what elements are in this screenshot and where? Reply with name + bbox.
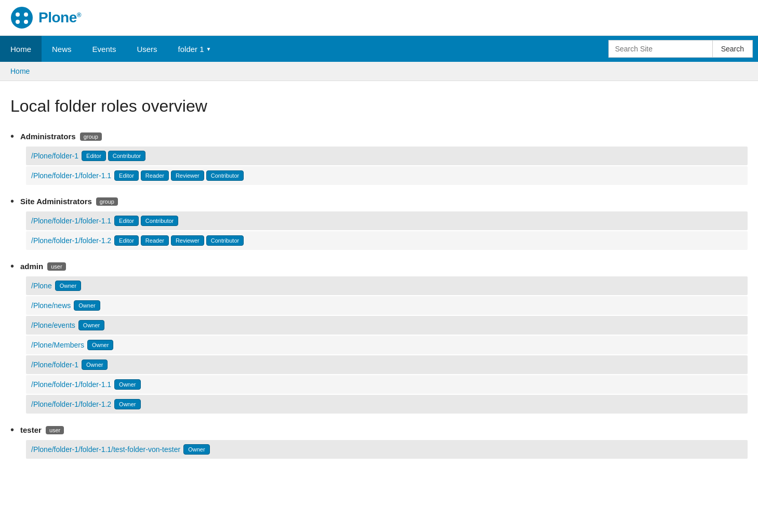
path-row: /Plone/folder-1/folder-1.1 Editor Contri…	[26, 211, 748, 230]
path-link[interactable]: /Plone/folder-1/folder-1.2	[31, 400, 111, 408]
type-badge-admin: user	[47, 262, 65, 271]
badge-reviewer: Reviewer	[171, 170, 204, 181]
role-badges: Editor Contributor	[82, 151, 145, 161]
path-link[interactable]: /Plone/folder-1	[31, 152, 78, 160]
main-content: Local folder roles overview • Administra…	[0, 81, 758, 488]
badge-editor: Editor	[82, 151, 106, 161]
role-header-tester: • tester user	[10, 422, 748, 438]
role-badges: Owner	[114, 399, 140, 409]
main-nav: Home News Events Users folder 1 ▼ Search	[0, 36, 758, 62]
badge-editor: Editor	[114, 170, 139, 181]
role-header-admin: • admin user	[10, 258, 748, 274]
nav-item-folder1[interactable]: folder 1 ▼	[168, 36, 222, 62]
badge-editor: Editor	[114, 235, 139, 246]
role-item-administrators: • Administrators group /Plone/folder-1 E…	[10, 128, 748, 185]
logo-area: Plone®	[10, 6, 81, 29]
badge-owner: Owner	[78, 320, 104, 330]
role-badges: Editor Reader Reviewer Contributor	[114, 235, 244, 246]
plone-logo-icon	[10, 6, 33, 29]
breadcrumb-home[interactable]: Home	[10, 67, 30, 75]
path-link[interactable]: /Plone/news	[31, 301, 71, 310]
role-header-administrators: • Administrators group	[10, 128, 748, 144]
nav-item-users[interactable]: Users	[126, 36, 167, 62]
role-name-tester: tester	[20, 425, 42, 434]
bullet-administrators: •	[10, 130, 14, 142]
badge-owner: Owner	[55, 281, 81, 291]
path-row: /Plone/Members Owner	[26, 336, 748, 354]
path-row: /Plone Owner	[26, 276, 748, 295]
path-row: /Plone/folder-1/folder-1.1 Owner	[26, 375, 748, 394]
search-input[interactable]	[608, 40, 712, 58]
path-row: /Plone/folder-1/folder-1.2 Owner	[26, 395, 748, 414]
badge-reviewer: Reviewer	[171, 235, 204, 246]
bullet-site-administrators: •	[10, 195, 14, 207]
role-badges: Editor Contributor	[114, 216, 178, 226]
badge-owner: Owner	[82, 360, 108, 370]
badge-contributor: Contributor	[141, 216, 178, 226]
role-badges: Owner	[183, 444, 209, 455]
path-row: /Plone/folder-1/folder-1.2 Editor Reader…	[26, 231, 748, 250]
badge-owner: Owner	[183, 444, 209, 455]
path-link[interactable]: /Plone	[31, 282, 52, 290]
path-rows-tester: /Plone/folder-1/folder-1.1/test-folder-v…	[26, 440, 748, 459]
role-badges: Owner	[114, 379, 140, 390]
search-area: Search	[603, 36, 758, 62]
role-badges: Owner	[74, 300, 100, 311]
path-row: /Plone/folder-1 Editor Contributor	[26, 147, 748, 165]
badge-contributor: Contributor	[206, 235, 244, 246]
svg-point-2	[24, 12, 28, 17]
role-header-site-administrators: • Site Administrators group	[10, 193, 748, 209]
path-link[interactable]: /Plone/folder-1/folder-1.1/test-folder-v…	[31, 445, 180, 454]
badge-owner: Owner	[74, 300, 100, 311]
type-badge-tester: user	[46, 426, 64, 434]
path-rows-administrators: /Plone/folder-1 Editor Contributor /Plon…	[26, 147, 748, 185]
role-name-admin: admin	[20, 262, 43, 271]
badge-reader: Reader	[141, 170, 169, 181]
badge-contributor: Contributor	[206, 170, 244, 181]
svg-point-3	[16, 20, 20, 24]
nav-items: Home News Events Users folder 1 ▼	[0, 36, 603, 62]
role-item-site-administrators: • Site Administrators group /Plone/folde…	[10, 193, 748, 250]
bullet-tester: •	[10, 424, 14, 436]
role-badges: Owner	[82, 360, 108, 370]
path-rows-admin: /Plone Owner /Plone/news Owner /Plone/ev…	[26, 276, 748, 414]
path-link[interactable]: /Plone/events	[31, 321, 75, 329]
nav-item-home[interactable]: Home	[0, 36, 42, 62]
svg-point-0	[11, 7, 32, 28]
badge-owner: Owner	[114, 399, 140, 409]
roles-list: • Administrators group /Plone/folder-1 E…	[10, 128, 748, 459]
path-row: /Plone/folder-1 Owner	[26, 355, 748, 374]
path-rows-site-administrators: /Plone/folder-1/folder-1.1 Editor Contri…	[26, 211, 748, 250]
path-link[interactable]: /Plone/folder-1/folder-1.1	[31, 217, 111, 225]
path-row: /Plone/events Owner	[26, 316, 748, 335]
logo-text: Plone®	[38, 9, 81, 26]
badge-editor: Editor	[114, 216, 139, 226]
svg-point-1	[16, 12, 20, 17]
type-badge-site-administrators: group	[96, 197, 118, 206]
role-badges: Owner	[87, 340, 113, 350]
role-item-tester: • tester user /Plone/folder-1/folder-1.1…	[10, 422, 748, 459]
folder1-dropdown-arrow: ▼	[206, 46, 211, 52]
path-row: /Plone/folder-1/folder-1.1/test-folder-v…	[26, 440, 748, 459]
badge-owner: Owner	[87, 340, 113, 350]
nav-item-events[interactable]: Events	[82, 36, 127, 62]
role-badges: Owner	[78, 320, 104, 330]
breadcrumb-bar: Home	[0, 62, 758, 81]
path-link[interactable]: /Plone/Members	[31, 341, 84, 349]
path-link[interactable]: /Plone/folder-1/folder-1.1	[31, 380, 111, 389]
path-row: /Plone/news Owner	[26, 296, 748, 315]
svg-point-4	[24, 20, 28, 24]
path-link[interactable]: /Plone/folder-1/folder-1.1	[31, 171, 111, 180]
badge-owner: Owner	[114, 379, 140, 390]
path-link[interactable]: /Plone/folder-1	[31, 361, 78, 369]
role-name-site-administrators: Site Administrators	[20, 197, 92, 206]
nav-item-news[interactable]: News	[42, 36, 82, 62]
bullet-admin: •	[10, 260, 14, 272]
badge-contributor: Contributor	[108, 151, 145, 161]
path-link[interactable]: /Plone/folder-1/folder-1.2	[31, 236, 111, 245]
badge-reader: Reader	[141, 235, 169, 246]
role-badges: Editor Reader Reviewer Contributor	[114, 170, 244, 181]
search-button[interactable]: Search	[712, 40, 753, 58]
role-name-administrators: Administrators	[20, 132, 76, 141]
role-badges: Owner	[55, 281, 81, 291]
